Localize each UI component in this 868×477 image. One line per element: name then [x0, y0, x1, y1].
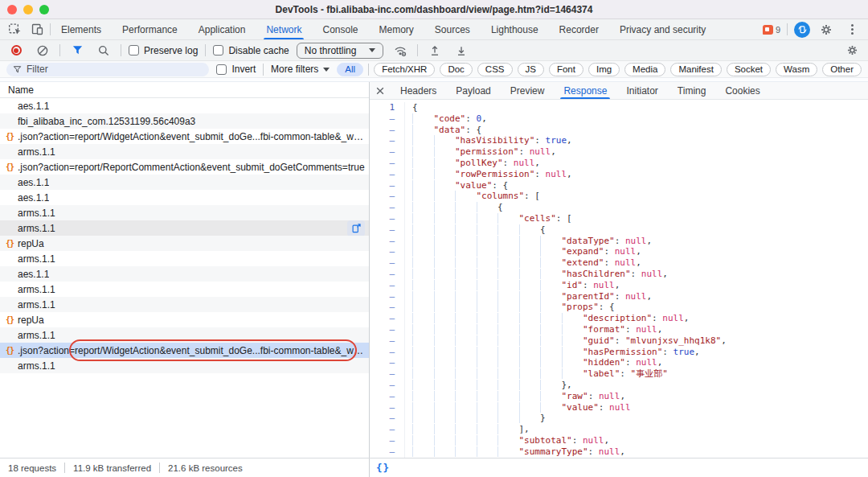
export-har-button[interactable] — [452, 42, 471, 60]
fold-marker[interactable]: – — [370, 236, 405, 247]
fold-marker[interactable]: – — [370, 158, 405, 169]
invert-control[interactable]: Invert — [216, 64, 256, 75]
fold-marker[interactable]: – — [370, 125, 405, 136]
tab-network[interactable]: Network — [256, 19, 312, 39]
filter-pill-img[interactable]: Img — [588, 63, 620, 76]
response-tab-preview[interactable]: Preview — [501, 82, 555, 99]
filter-pill-other[interactable]: Other — [822, 63, 862, 76]
invert-checkbox[interactable] — [216, 64, 227, 75]
request-row[interactable]: aes.1.1 — [0, 190, 369, 205]
filter-toggle-button[interactable] — [68, 42, 87, 60]
tab-console[interactable]: Console — [312, 19, 368, 39]
request-row[interactable]: aes.1.1 — [0, 98, 369, 113]
request-row[interactable]: {}.json?action=report/ReportCommentActio… — [0, 159, 369, 175]
fold-marker[interactable]: – — [370, 224, 405, 236]
preserve-log-control[interactable]: Preserve log — [129, 45, 198, 56]
request-row[interactable]: aes.1.1 — [0, 266, 369, 282]
filter-pill-js[interactable]: JS — [518, 63, 544, 76]
request-row[interactable]: fbi_alibaba_inc_com.12531199.56c409a3 — [0, 113, 369, 129]
filter-pill-manifest[interactable]: Manifest — [670, 63, 721, 76]
request-row[interactable]: arms.1.1 — [0, 251, 369, 266]
fold-marker[interactable]: – — [370, 368, 405, 380]
device-toolbar-button[interactable] — [27, 21, 47, 39]
response-tab-cookies[interactable]: Cookies — [715, 82, 769, 99]
filter-pill-media[interactable]: Media — [624, 63, 665, 76]
filter-pill-doc[interactable]: Doc — [440, 63, 472, 76]
fold-marker[interactable]: – — [370, 246, 405, 257]
disable-cache-checkbox[interactable] — [213, 45, 223, 56]
disable-cache-control[interactable]: Disable cache — [213, 45, 289, 56]
fold-marker[interactable]: – — [370, 269, 405, 280]
search-button[interactable] — [94, 42, 113, 60]
fold-marker[interactable]: – — [370, 424, 405, 435]
import-har-button[interactable] — [425, 42, 444, 60]
fold-marker[interactable]: – — [370, 357, 405, 368]
tab-sources[interactable]: Sources — [424, 19, 481, 39]
response-tab-payload[interactable]: Payload — [446, 82, 500, 99]
request-row[interactable]: arms.1.1 — [0, 144, 369, 159]
issues-counter[interactable]: 9 — [763, 25, 780, 35]
open-in-new-tab-button[interactable] — [347, 220, 365, 236]
request-row[interactable]: arms.1.1 — [0, 205, 369, 220]
more-options-button[interactable] — [842, 21, 862, 39]
fold-marker[interactable]: – — [370, 135, 405, 146]
response-tab-initiator[interactable]: Initiator — [616, 82, 667, 99]
tab-performance[interactable]: Performance — [112, 19, 188, 39]
fold-marker[interactable]: – — [370, 313, 405, 324]
tab-application[interactable]: Application — [188, 19, 256, 39]
request-row[interactable]: arms.1.1 — [0, 220, 369, 236]
fold-marker[interactable]: – — [370, 324, 405, 335]
fold-marker[interactable]: – — [370, 347, 405, 358]
close-panel-button[interactable] — [370, 82, 391, 99]
request-row[interactable]: {}.json?action=report/WidgetAction&event… — [0, 343, 369, 358]
fold-marker[interactable]: – — [370, 402, 405, 413]
tab-elements[interactable]: Elements — [51, 19, 112, 39]
throttling-select[interactable]: No throttling — [297, 43, 384, 59]
filter-pill-css[interactable]: CSS — [477, 63, 513, 76]
fold-marker[interactable]: – — [370, 435, 405, 446]
filter-pill-socket[interactable]: Socket — [727, 63, 771, 76]
request-row[interactable]: aes.1.1 — [0, 175, 369, 190]
network-settings-button[interactable] — [842, 42, 862, 60]
zoom-window-button[interactable] — [39, 5, 49, 14]
tab-recorder[interactable]: Recorder — [549, 19, 609, 39]
minimize-window-button[interactable] — [23, 5, 33, 14]
fold-marker[interactable]: – — [370, 380, 405, 391]
fold-marker[interactable]: – — [370, 146, 405, 158]
tab-lighthouse[interactable]: Lighthouse — [481, 19, 549, 39]
fold-marker[interactable]: – — [370, 191, 405, 202]
clear-network-log-button[interactable] — [33, 42, 52, 60]
pretty-print-button[interactable]: {} — [370, 462, 396, 474]
tab-memory[interactable]: Memory — [369, 19, 424, 39]
filter-pill-font[interactable]: Font — [549, 63, 583, 76]
fold-marker[interactable]: – — [370, 413, 405, 424]
request-row[interactable]: {}.json?action=report/WidgetAction&event… — [0, 129, 369, 144]
preserve-log-checkbox[interactable] — [129, 45, 139, 56]
fold-marker[interactable]: – — [370, 180, 405, 191]
extension-button[interactable] — [794, 22, 810, 38]
fold-marker[interactable]: – — [370, 280, 405, 291]
fold-marker[interactable]: – — [370, 213, 405, 224]
more-filters-button[interactable]: More filters — [271, 64, 330, 75]
requests-column-header[interactable]: Name — [0, 82, 369, 98]
fold-marker[interactable]: – — [370, 202, 405, 213]
fold-marker[interactable]: – — [370, 169, 405, 180]
fold-marker[interactable]: – — [370, 302, 405, 313]
request-row[interactable]: {}repUa — [0, 236, 369, 251]
response-code-view[interactable]: 1{– "code": 0,– "data": {– "hasVisibilit… — [370, 100, 868, 458]
filter-input[interactable] — [27, 64, 203, 75]
settings-button[interactable] — [817, 21, 836, 39]
record-network-log-button[interactable] — [6, 42, 26, 60]
inspect-element-button[interactable] — [5, 21, 24, 39]
request-row[interactable]: arms.1.1 — [0, 282, 369, 297]
network-conditions-button[interactable] — [391, 42, 410, 60]
fold-marker[interactable]: – — [370, 113, 405, 125]
fold-marker[interactable]: – — [370, 257, 405, 269]
tab-privacy-and-security[interactable]: Privacy and security — [609, 19, 716, 39]
filter-pill-all[interactable]: All — [337, 63, 363, 76]
response-tab-headers[interactable]: Headers — [391, 82, 446, 99]
fold-marker[interactable]: – — [370, 391, 405, 402]
request-row[interactable]: arms.1.1 — [0, 358, 369, 373]
fold-marker[interactable]: – — [370, 446, 405, 458]
request-row[interactable]: arms.1.1 — [0, 297, 369, 312]
